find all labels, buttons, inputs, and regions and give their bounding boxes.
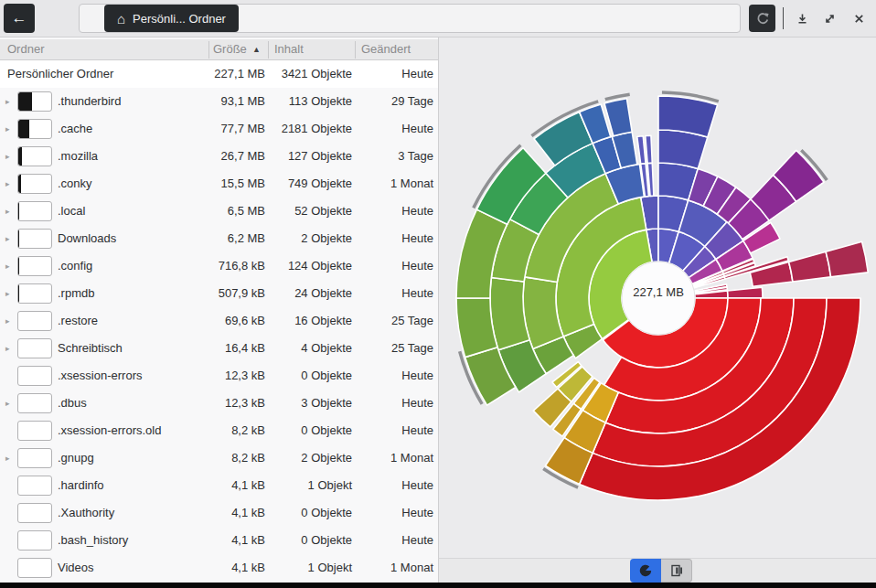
breadcrumb-button[interactable]: ⌂ Persönli... Ordner [104, 5, 239, 32]
folder-modified: Heute [351, 60, 433, 88]
folder-modified: Heute [351, 362, 433, 390]
chart-segment[interactable] [490, 278, 529, 350]
chart-segment[interactable] [789, 251, 831, 282]
table-row[interactable]: ▸Downloads6,2 MB2 ObjekteHeute [0, 225, 438, 252]
chart-segment[interactable] [826, 241, 868, 277]
column-separator[interactable] [208, 41, 209, 59]
folder-name[interactable]: .cache [58, 115, 92, 143]
treemap-view-button[interactable] [661, 559, 692, 583]
table-row[interactable]: ▸.dbus12,3 kB3 ObjekteHeute [0, 390, 438, 417]
folder-name[interactable]: .hardinfo [58, 472, 104, 499]
maximize-button[interactable] [819, 7, 839, 29]
folder-name[interactable]: .Xauthority [58, 499, 114, 527]
close-button[interactable] [849, 7, 869, 29]
folder-name[interactable]: .bash_history [58, 527, 128, 554]
chart-segment[interactable] [646, 135, 653, 163]
column-separator[interactable] [355, 41, 356, 59]
expander-icon[interactable]: ▸ [5, 390, 10, 417]
usage-bar [17, 558, 52, 578]
expander-icon[interactable]: ▸ [5, 88, 10, 115]
folder-modified: 25 Tage [351, 335, 433, 362]
folder-modified: 3 Tage [351, 143, 433, 170]
folder-modified: Heute [351, 198, 433, 225]
back-button[interactable]: ← [4, 4, 35, 33]
folder-objects: 1 Objekt [270, 554, 352, 582]
rings-chart-area: 227,1 MB [438, 37, 876, 558]
table-row[interactable]: ▸.conky15,5 MB749 Objekte1 Monat [0, 170, 438, 198]
column-header-ordner[interactable]: Ordner [7, 39, 44, 59]
table-row[interactable]: ▸.mozilla26,7 MB127 Objekte3 Tage [0, 143, 438, 170]
table-row[interactable]: .Xauthority4,1 kB0 ObjekteHeute [0, 499, 438, 527]
folder-size: 4,1 kB [174, 472, 265, 499]
folder-objects: 4 Objekte [270, 335, 352, 362]
table-row[interactable]: .bash_history4,1 kB0 ObjekteHeute [0, 527, 438, 554]
folder-name[interactable]: .restore [58, 307, 98, 335]
folder-objects: 127 Objekte [270, 143, 352, 170]
expander-icon[interactable]: ▸ [5, 225, 10, 252]
folder-modified: Heute [351, 499, 433, 527]
folder-name[interactable]: .thunderbird [58, 88, 121, 115]
column-header-groesse[interactable]: Größe [213, 39, 247, 59]
usage-bar [17, 503, 52, 523]
chart-segment[interactable] [728, 287, 763, 298]
folder-name[interactable]: Persönlicher Ordner [7, 60, 113, 88]
table-row[interactable]: .xsession-errors.old8,2 kB0 ObjekteHeute [0, 417, 438, 444]
folder-modified: 29 Tage [351, 88, 433, 115]
expander-icon[interactable]: ▸ [5, 335, 10, 362]
minimize-button[interactable] [792, 7, 812, 29]
folder-modified: Heute [351, 472, 433, 499]
table-row[interactable]: Persönlicher Ordner227,1 MB3421 ObjekteH… [0, 60, 438, 88]
reload-button[interactable] [749, 5, 775, 32]
folder-name[interactable]: .xsession-errors.old [58, 417, 161, 444]
folder-name[interactable]: .dbus [58, 390, 87, 417]
table-row[interactable]: ▸.gnupg8,2 kB2 Objekte1 Monat [0, 444, 438, 472]
expander-icon[interactable]: ▸ [5, 307, 10, 335]
table-row[interactable]: ▸.rpmdb507,9 kB24 ObjekteHeute [0, 280, 438, 307]
disk-usage-analyzer-window: ← ⌂ Persönli... Ordner [0, 0, 876, 588]
folder-name[interactable]: .mozilla [58, 143, 98, 170]
usage-bar [17, 229, 52, 249]
chart-segment[interactable] [637, 136, 646, 164]
folder-name[interactable]: Schreibtisch [58, 335, 123, 362]
folder-name[interactable]: Downloads [58, 225, 116, 252]
usage-bar [17, 146, 52, 166]
folder-modified: 1 Monat [351, 444, 433, 472]
folder-modified: Heute [351, 115, 433, 143]
expander-icon[interactable]: ▸ [5, 198, 10, 225]
folder-objects: 0 Objekte [270, 499, 352, 527]
table-row[interactable]: ▸.cache77,7 MB2181 ObjekteHeute [0, 115, 438, 143]
folder-name[interactable]: .rpmdb [58, 280, 94, 307]
table-row[interactable]: ▸.config716,8 kB124 ObjekteHeute [0, 252, 438, 280]
table-row[interactable]: .xsession-errors12,3 kB0 ObjekteHeute [0, 362, 438, 390]
folder-objects: 3421 Objekte [270, 60, 352, 88]
folder-name[interactable]: .config [58, 252, 92, 280]
expander-icon[interactable]: ▸ [5, 252, 10, 280]
expander-icon[interactable]: ▸ [5, 143, 10, 170]
expander-icon[interactable]: ▸ [5, 280, 10, 307]
table-row[interactable]: ▸.restore69,6 kB16 Objekte25 Tage [0, 307, 438, 335]
folder-modified: Heute [351, 280, 433, 307]
folder-size: 16,4 kB [174, 335, 265, 362]
column-header-geaendert[interactable]: Geändert [361, 39, 411, 59]
table-row[interactable]: ▸.local6,5 MB52 ObjekteHeute [0, 198, 438, 225]
table-row[interactable]: ▸Schreibtisch16,4 kB4 Objekte25 Tage [0, 335, 438, 362]
table-row[interactable]: ▸.thunderbird93,1 MB113 Objekte29 Tage [0, 88, 438, 115]
folder-name[interactable]: .conky [58, 170, 92, 198]
folder-objects: 2 Objekte [270, 444, 352, 472]
expander-icon[interactable]: ▸ [5, 115, 10, 143]
table-row[interactable]: .hardinfo4,1 kB1 ObjektHeute [0, 472, 438, 499]
expander-icon[interactable]: ▸ [5, 170, 10, 198]
table-row[interactable]: Videos4,1 kB1 Objekt1 Monat [0, 554, 438, 582]
close-icon [853, 13, 865, 25]
folder-name[interactable]: .gnupg [58, 444, 94, 472]
folder-name[interactable]: Videos [58, 554, 94, 582]
folder-name[interactable]: .local [58, 198, 85, 225]
rings-view-button[interactable] [630, 559, 661, 583]
folder-modified: Heute [351, 252, 433, 280]
folder-objects: 749 Objekte [270, 170, 352, 198]
column-header-inhalt[interactable]: Inhalt [274, 39, 304, 59]
folder-objects: 24 Objekte [270, 280, 352, 307]
expander-icon[interactable]: ▸ [5, 444, 10, 472]
folder-name[interactable]: .xsession-errors [58, 362, 142, 390]
column-separator[interactable] [268, 41, 269, 59]
